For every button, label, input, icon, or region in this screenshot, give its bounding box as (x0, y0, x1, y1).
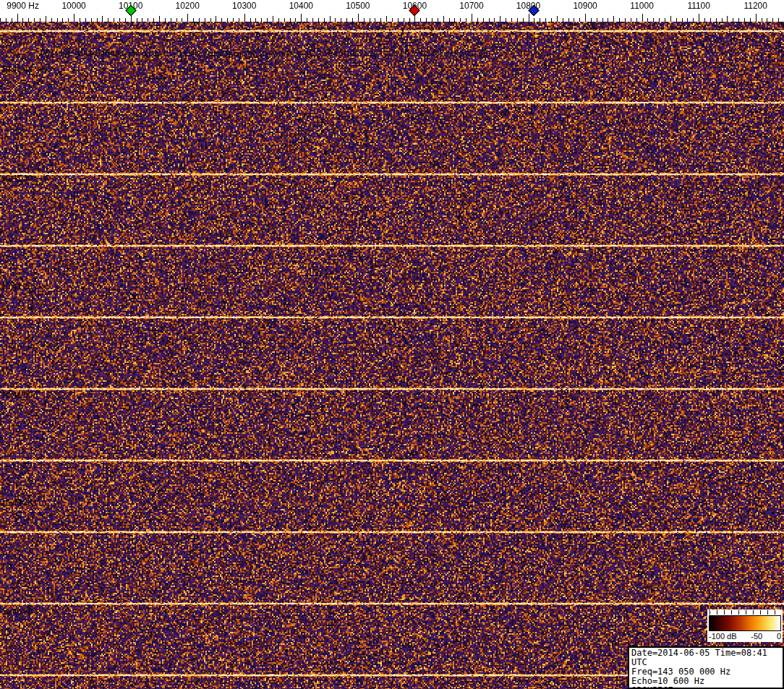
freq-tick-label: 10000 (61, 1, 85, 11)
time-tick-label: 10:41:45 (1, 65, 33, 74)
time-tick-label: 10:41:00 (1, 390, 33, 399)
colorbar: -100 dB -50 0 (707, 609, 783, 642)
freq-tick-label: 9900 Hz (7, 1, 39, 11)
freq-tick-label: 10900 (573, 1, 597, 11)
freq-tick-label: 10400 (289, 1, 313, 11)
freq-tick-label: 10200 (176, 1, 200, 11)
freq-tick-label: 10700 (459, 1, 483, 11)
time-offset-label: ^t+45 (33, 64, 52, 73)
frequency-tick-canvas (0, 0, 784, 22)
freq-tick-label: 11100 (687, 1, 710, 11)
time-tick-label: 10:40:45 (1, 499, 33, 508)
time-tick-label: 10:41:30 (1, 174, 33, 182)
observation-info-box: Date=2014-06-05 Time=08:41 UTC Freq=143 … (628, 646, 784, 689)
colorbar-min-label: -100 dB (709, 631, 737, 641)
freq-tick-label: 11200 (743, 1, 767, 11)
freq-tick-label: 10300 (232, 1, 256, 11)
colorbar-mid-label: -50 (751, 631, 762, 641)
event-detection-text: 20140605084145404 hCnt34 nb-84 f10619 hi… (41, 49, 490, 58)
time-tick-label: 10:41:15 (1, 282, 33, 291)
time-tick-label: 10:40:30 (1, 607, 33, 616)
frequency-ruler: 9900 Hz100001010010200103001040010500106… (0, 0, 784, 22)
spectrogram-canvas (0, 22, 784, 689)
colorbar-max-label: 0 (777, 631, 781, 641)
colorbar-ticks (710, 610, 780, 615)
colorbar-gradient (709, 615, 781, 631)
freq-tick-label: 10500 (346, 1, 370, 11)
info-date-line: Date=2014-06-05 Time=08:41 UTC (631, 649, 780, 667)
info-station-line: OBSUPICE (631, 686, 780, 689)
colorbar-labels: -100 dB -50 0 (709, 631, 781, 641)
freq-tick-label: 11000 (630, 1, 653, 11)
spectrogram-app: 9900 Hz100001010010200103001040010500106… (0, 0, 784, 689)
